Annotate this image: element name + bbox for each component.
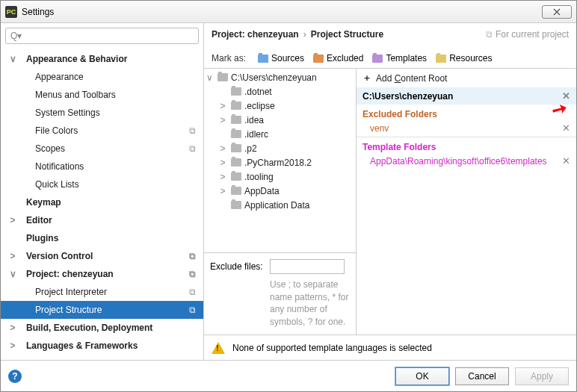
content-root-path: C:\Users\chenzeyuan	[362, 91, 453, 102]
sidebar-item-notifications[interactable]: Notifications	[1, 158, 203, 175]
sidebar-item-project-interpreter[interactable]: Project Interpreter⧉	[1, 283, 203, 301]
exclude-files-help: Use ; to separate name patterns, * for a…	[270, 279, 352, 329]
sidebar-item-label: Project Interpreter	[35, 287, 107, 297]
template-folders-heading: Template Folders	[357, 137, 576, 154]
folder-icon	[231, 116, 241, 124]
copy-icon: ⧉	[189, 287, 196, 297]
warning-icon	[212, 342, 225, 354]
warning-banner: None of supported template languages is …	[204, 335, 576, 360]
folder-icon	[231, 158, 241, 167]
sidebar-item-menus-and-toolbars[interactable]: Menus and Toolbars	[1, 86, 203, 104]
sidebar-item-plugins[interactable]: Plugins	[1, 229, 203, 247]
folder-icon	[231, 87, 241, 96]
remove-excluded-button[interactable]: ✕	[562, 122, 570, 134]
cancel-button[interactable]: Cancel	[455, 367, 509, 385]
breadcrumb-page: Project Structure	[311, 29, 383, 40]
dir-tree-item[interactable]: Application Data	[204, 198, 356, 212]
copy-icon: ⧉	[189, 143, 196, 154]
exclude-files-input[interactable]	[270, 259, 345, 274]
search-icon: Q▾	[10, 31, 22, 41]
excluded-folders-heading: Excluded Folders	[357, 105, 576, 121]
sidebar-item-label: Appearance	[35, 72, 84, 82]
app-icon: PC	[5, 6, 17, 18]
sidebar-item-languages-frameworks[interactable]: >Languages & Frameworks	[1, 337, 203, 355]
chevron-icon: >	[217, 143, 228, 154]
sidebar-item-system-settings[interactable]: System Settings	[1, 104, 203, 122]
sidebar-item-label: Editor	[26, 215, 52, 225]
dir-tree-item[interactable]: >.eclipse	[204, 99, 356, 113]
sidebar-item-label: Quick Lists	[35, 179, 79, 190]
settings-window: PC Settings Q▾ ∨Appearance & BehaviorApp…	[0, 0, 577, 392]
breadcrumb: Project: chenzeyuan › Project Structure …	[204, 23, 576, 46]
sidebar-tree: ∨Appearance & BehaviorAppearanceMenus an…	[1, 49, 203, 360]
chevron-icon: >	[7, 215, 19, 225]
dir-tree-item[interactable]: .idlerc	[204, 127, 356, 141]
sidebar-item-file-colors[interactable]: File Colors⧉	[1, 122, 203, 140]
apply-button[interactable]: Apply	[515, 367, 569, 385]
copy-icon: ⧉	[486, 29, 493, 40]
folder-icon	[217, 73, 228, 81]
add-content-root-button[interactable]: ＋ Add Content Root	[357, 69, 576, 87]
excluded-folder-item[interactable]: venv ✕	[357, 121, 576, 137]
content-roots-panel: ＋ Add Content Root C:\Users\chenzeyuan ✕…	[357, 69, 576, 335]
dir-tree-item[interactable]: >.PyCharm2018.2	[204, 155, 356, 169]
mark-sources-button[interactable]: Sources	[258, 53, 304, 63]
current-project-hint: For current project	[496, 29, 569, 40]
sidebar-item-keymap[interactable]: Keymap	[1, 193, 203, 211]
dir-tree-item[interactable]: >.tooling	[204, 169, 356, 184]
sources-folder-icon	[258, 55, 268, 63]
sidebar-item-appearance[interactable]: Appearance	[1, 68, 203, 86]
copy-icon: ⧉	[189, 125, 196, 136]
sidebar-item-build-execution-deployment[interactable]: >Build, Execution, Deployment	[1, 319, 203, 337]
directory-tree[interactable]: ∨C:\Users\chenzeyuan.dotnet>.eclipse>.id…	[204, 69, 356, 252]
resources-folder-icon	[436, 55, 446, 63]
chevron-icon: >	[217, 158, 228, 168]
dir-tree-item[interactable]: >.idea	[204, 113, 356, 127]
remove-template-button[interactable]: ✕	[562, 155, 570, 167]
mark-excluded-button[interactable]: Excluded	[313, 53, 363, 63]
dir-tree-item[interactable]: >.p2	[204, 141, 356, 155]
chevron-icon: >	[7, 251, 19, 261]
window-close-button[interactable]	[542, 5, 572, 19]
dir-tree-item[interactable]: .dotnet	[204, 84, 356, 99]
sidebar-item-label: Project: chenzeyuan	[26, 269, 114, 279]
content-root-row[interactable]: C:\Users\chenzeyuan ✕	[357, 87, 576, 105]
search-input[interactable]: Q▾	[5, 28, 199, 44]
chevron-icon: ∨	[7, 269, 19, 279]
sidebar-item-label: System Settings	[35, 108, 100, 118]
sidebar-item-appearance-behavior[interactable]: ∨Appearance & Behavior	[1, 50, 203, 68]
mark-templates-button[interactable]: Templates	[372, 53, 427, 63]
copy-icon: ⧉	[189, 269, 196, 279]
sidebar-item-project-structure[interactable]: Project Structure⧉	[1, 301, 203, 319]
template-folder-item[interactable]: AppData\Roaming\kingsoft\office6\templat…	[357, 154, 576, 168]
dir-tree-item[interactable]: >AppData	[204, 184, 356, 198]
sidebar-item-project-chenzeyuan[interactable]: ∨Project: chenzeyuan⧉	[1, 265, 203, 283]
excluded-folder-icon	[313, 55, 324, 63]
dialog-footer: ? OK Cancel Apply	[1, 360, 576, 391]
ok-button[interactable]: OK	[395, 367, 449, 385]
sidebar-item-quick-lists[interactable]: Quick Lists	[1, 175, 203, 193]
chevron-icon: >	[7, 323, 19, 333]
sidebar-item-label: Menus and Toolbars	[35, 90, 116, 100]
plus-icon: ＋	[362, 72, 371, 84]
sidebar-item-editor[interactable]: >Editor	[1, 211, 203, 229]
mark-as-toolbar: Mark as: Sources Excluded Templates Reso…	[204, 49, 576, 68]
chevron-down-icon: ∨	[204, 72, 215, 83]
chevron-icon: ∨	[7, 54, 19, 64]
close-icon	[552, 7, 561, 16]
sidebar-item-label: File Colors	[35, 125, 78, 136]
mark-as-label: Mark as:	[212, 53, 246, 63]
chevron-icon: >	[7, 340, 19, 351]
sidebar-item-scopes[interactable]: Scopes⧉	[1, 140, 203, 158]
sidebar-item-version-control[interactable]: >Version Control⧉	[1, 247, 203, 265]
dir-tree-root[interactable]: ∨C:\Users\chenzeyuan	[204, 70, 356, 84]
chevron-icon: >	[217, 115, 228, 125]
folder-icon	[231, 102, 241, 110]
sidebar-item-label: Build, Execution, Deployment	[26, 323, 152, 333]
help-button[interactable]: ?	[8, 370, 22, 383]
mark-resources-button[interactable]: Resources	[436, 53, 492, 63]
sidebar: Q▾ ∨Appearance & BehaviorAppearanceMenus…	[1, 23, 204, 360]
sidebar-item-label: Project Structure	[35, 305, 102, 315]
breadcrumb-project: Project: chenzeyuan	[212, 29, 299, 40]
warning-text: None of supported template languages is …	[232, 343, 432, 353]
